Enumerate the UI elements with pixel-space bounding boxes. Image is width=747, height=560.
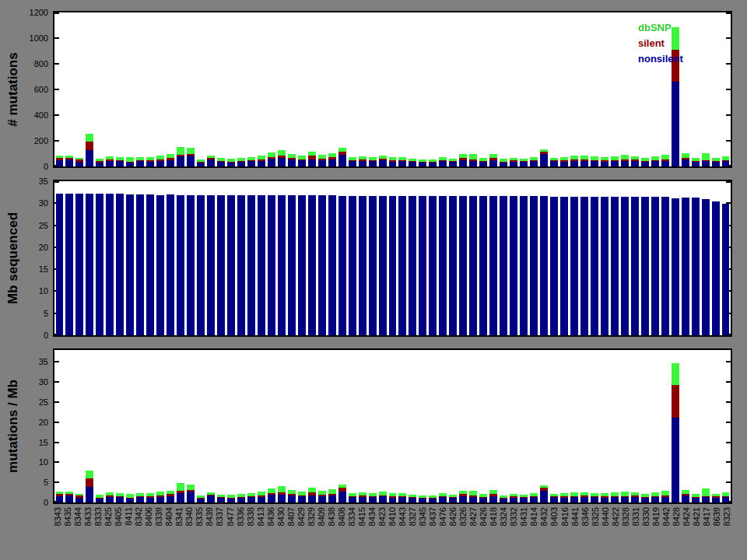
bar-segment-dbsnp <box>217 158 225 160</box>
bar-segment-dbsnp <box>409 159 416 161</box>
bar-segment-nonsilent <box>692 162 700 166</box>
bar-segment-silent <box>247 160 255 162</box>
bar-segment-nonsilent <box>247 497 255 502</box>
bar-segment-silent <box>429 498 437 499</box>
bar-segment-mb-sequenced <box>510 196 517 335</box>
bar-segment-dbsnp <box>641 494 649 497</box>
x-tick-label: 8346 <box>580 507 591 526</box>
bar-segment-nonsilent <box>479 498 487 502</box>
bar-segment-nonsilent <box>429 163 437 166</box>
bar-segment-nonsilent <box>349 497 356 502</box>
bar-segment-silent <box>722 496 730 498</box>
bar-segment-nonsilent <box>126 163 134 166</box>
bar-segment-nonsilent <box>217 162 225 166</box>
y-tick-mark <box>726 422 731 423</box>
bar-segment-dbsnp <box>621 155 629 159</box>
bar-segment-dbsnp <box>510 494 517 496</box>
x-tick-label: 8426 <box>448 507 458 526</box>
bar-segment-dbsnp <box>106 156 114 159</box>
bar-segment-nonsilent <box>580 161 588 166</box>
y-tick-label: 1000 <box>30 33 48 43</box>
bar-segment-dbsnp <box>459 154 467 158</box>
bar-segment-silent <box>540 152 548 154</box>
bar-segment-dbsnp <box>258 156 265 159</box>
bar-segment-silent <box>369 496 377 498</box>
bar-segment-dbsnp <box>580 156 588 159</box>
bar-segment-silent <box>398 160 406 162</box>
bar-segment-dbsnp <box>96 159 103 162</box>
bar-segment-silent <box>389 496 397 498</box>
bar-segment-silent <box>247 496 255 498</box>
y-tick-label: 5 <box>44 478 48 487</box>
bar-segment-silent <box>439 496 447 498</box>
y-tick-mark <box>726 12 731 14</box>
bar-segment-mb-sequenced <box>56 194 64 335</box>
bar-segment-dbsnp <box>722 156 730 160</box>
bar-segment-dbsnp <box>479 158 487 161</box>
bar-segment-dbsnp <box>237 494 245 497</box>
bar-segment-mb-sequenced <box>439 196 447 335</box>
y-tick-mark <box>54 381 59 383</box>
bar-segment-dbsnp <box>439 157 447 160</box>
bar-segment-nonsilent <box>540 154 548 166</box>
bar-segment-nonsilent <box>469 161 477 166</box>
bar-segment-dbsnp <box>449 495 457 497</box>
bar-segment-dbsnp <box>611 156 619 160</box>
bar-segment-silent <box>580 495 588 497</box>
bar-segment-silent <box>560 160 568 161</box>
bar-segment-dbsnp <box>146 493 154 496</box>
bar-segment-mb-sequenced <box>237 195 245 335</box>
x-tick-label: 8431 <box>519 507 529 526</box>
bar-segment-silent <box>631 495 639 497</box>
x-tick-label: 8421 <box>692 507 702 526</box>
bar-segment-nonsilent <box>298 160 306 166</box>
x-tick-label: 8437 <box>428 507 438 526</box>
bar-segment-dbsnp <box>156 492 164 495</box>
bar-segment-silent <box>318 159 326 160</box>
bar-segment-silent <box>702 160 710 161</box>
bar-segment-nonsilent <box>106 497 114 502</box>
bar-segment-silent <box>398 496 406 498</box>
bar-segment-nonsilent <box>278 158 286 166</box>
bar-segment-silent <box>651 496 659 498</box>
x-tick-label: 8335 <box>195 507 205 526</box>
y-tick-label: 0 <box>44 331 48 340</box>
bar-segment-dbsnp <box>580 492 588 496</box>
bar-segment-mb-sequenced <box>227 195 235 335</box>
bar-segment-nonsilent <box>672 82 679 166</box>
bar-segment-dbsnp <box>116 493 124 496</box>
bar-segment-dbsnp <box>692 158 700 161</box>
bar-segment-mb-sequenced <box>682 198 689 335</box>
bar-segment-dbsnp <box>65 492 73 494</box>
legend-item-dbsnp: dbSNP <box>638 20 683 36</box>
bar-segment-silent <box>550 496 558 498</box>
bar-segment-nonsilent <box>510 498 517 502</box>
bar-segment-mb-sequenced <box>651 197 659 335</box>
y-tick-mark <box>726 114 731 116</box>
y-tick-mark <box>726 140 731 142</box>
x-tick-label: 8440 <box>601 507 611 526</box>
bar-segment-mb-sequenced <box>247 195 255 335</box>
bar-segment-nonsilent <box>207 159 215 166</box>
y-tick-mark <box>726 63 731 65</box>
bar-segment-nonsilent <box>187 156 195 166</box>
bar-segment-dbsnp <box>328 489 336 494</box>
bar-segment-mb-sequenced <box>469 196 477 335</box>
mb-sequenced-plot-area: 05101520253035 <box>54 181 731 335</box>
bar-segment-silent <box>459 494 467 496</box>
bar-segment-nonsilent <box>469 497 477 502</box>
bar-segment-nonsilent <box>621 497 629 502</box>
bar-segment-mb-sequenced <box>459 196 467 335</box>
bar-segment-silent <box>601 160 608 161</box>
y-tick-mark <box>54 401 59 403</box>
bar-segment-mb-sequenced <box>641 197 649 335</box>
bar-segment-nonsilent <box>237 498 245 502</box>
bar-segment-nonsilent <box>268 159 275 166</box>
bar-segment-silent <box>106 159 114 161</box>
bar-segment-nonsilent <box>530 161 538 166</box>
bar-segment-mb-sequenced <box>722 204 730 335</box>
bar-segment-silent <box>187 490 195 492</box>
bar-segment-nonsilent <box>550 161 558 166</box>
y-tick-label: 30 <box>39 377 48 387</box>
bar-segment-silent <box>479 497 487 499</box>
